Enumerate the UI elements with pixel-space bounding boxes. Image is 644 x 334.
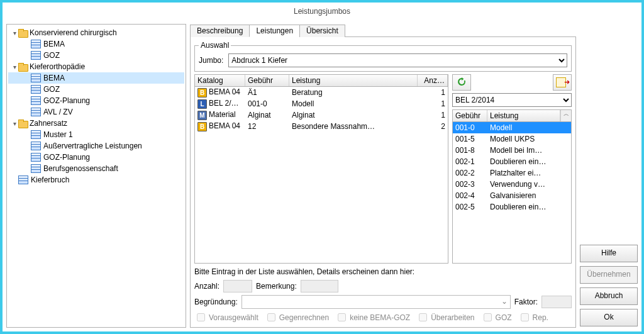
table-icon	[31, 74, 41, 82]
hilfe-button[interactable]: Hilfe	[580, 245, 638, 262]
abbruch-button[interactable]: Abbruch	[580, 287, 638, 305]
tree-item[interactable]: Kieferbruch	[8, 174, 184, 186]
tree-folder[interactable]: ▾Konservierend chirurgisch	[8, 27, 184, 38]
tree-twisty[interactable]: ▾	[11, 120, 18, 127]
jumbo-select[interactable]: Abdruck 1 Kiefer	[228, 53, 567, 67]
bemerkung-field	[301, 280, 338, 292]
tab-body: Auswahl Jumbo: Abdruck 1 Kiefer Katalog	[190, 36, 576, 328]
begruendung-label: Begründung:	[194, 298, 238, 306]
tree-item[interactable]: GOZ-Planung	[8, 152, 184, 163]
auswahl-legend: Auswahl	[199, 41, 231, 50]
begruendung-combo[interactable]: ⌄	[242, 295, 511, 309]
tree-item[interactable]: Berufsgenossenschaft	[8, 163, 184, 174]
tree-label: GOZ-Planung	[43, 96, 90, 105]
col-gebuehr2[interactable]: Gebühr	[453, 110, 487, 121]
catalog-badge: M	[197, 111, 207, 120]
bemerkung-label: Bemerkung:	[256, 282, 297, 291]
tree-folder[interactable]: ▾Zahnersatz	[8, 118, 184, 129]
list-add-icon	[556, 77, 569, 87]
table-icon	[31, 142, 41, 150]
list-item[interactable]: 002-2Platzhalter ei…	[453, 167, 571, 179]
table-icon	[31, 130, 41, 139]
list-item[interactable]: 002-5Doublieren ein…	[453, 201, 571, 213]
tree-item[interactable]: BEMA	[8, 38, 184, 50]
tree-label: GOZ-Planung	[43, 153, 90, 162]
tab-strip: BeschreibungLeistungenÜbersicht	[190, 24, 576, 36]
tree-item[interactable]: AVL / ZV	[8, 106, 184, 118]
tree-item[interactable]: Außervertragliche Leistungen	[8, 140, 184, 152]
table-icon	[31, 85, 41, 94]
mid-section: Katalog Gebühr Leistung Anz… BBEMA 04Ä1B…	[194, 74, 572, 264]
table-icon	[31, 108, 41, 116]
tree-item[interactable]: Muster 1	[8, 129, 184, 140]
folder-icon	[18, 29, 27, 36]
window-body: ▾Konservierend chirurgischBEMAGOZ▾Kiefer…	[3, 20, 641, 331]
checkbox-vorausgew-hlt: Vorausgewählt	[194, 311, 258, 323]
tree-label: Berufsgenossenschaft	[43, 164, 118, 173]
scroll-up-icon[interactable]: ︿	[560, 110, 571, 121]
tree-twisty[interactable]: ▾	[11, 30, 18, 36]
list-item[interactable]: 001-5Modell UKPS	[453, 133, 571, 145]
catalog-select[interactable]: BEL 2/2014	[452, 93, 572, 107]
checkbox-keine-bema-goz: keine BEMA-GOZ	[335, 311, 410, 323]
folder-icon	[18, 63, 27, 70]
tree-folder[interactable]: ▾Kieferorthopädie	[8, 61, 184, 72]
list-item[interactable]: 001-8Modell bei Im…	[453, 145, 571, 156]
anzahl-label: Anzahl:	[194, 282, 219, 291]
list-item[interactable]: 002-3Verwendung v…	[453, 179, 571, 190]
tree-label: GOZ	[43, 85, 60, 94]
checkbox-goz: GOZ	[481, 311, 512, 323]
uebernehmen-button: Übernehmen	[580, 266, 638, 284]
faktor-field	[541, 296, 572, 308]
jumbo-label: Jumbo:	[199, 56, 223, 65]
add-to-list-button[interactable]	[553, 74, 572, 91]
checkbox-input	[484, 313, 492, 321]
catalog-side: BEL 2/2014 Gebühr Leistung ︿ 001-0Modell…	[452, 74, 572, 264]
checkbox-input	[521, 313, 529, 321]
checkbox--berarbeiten: Überarbeiten	[416, 311, 474, 323]
leistungen-grid[interactable]: Katalog Gebühr Leistung Anz… BBEMA 04Ä1B…	[194, 74, 448, 264]
col-leistung2[interactable]: Leistung	[487, 110, 560, 121]
tree-label: AVL / ZV	[43, 108, 73, 116]
tab-beschreibung[interactable]: Beschreibung	[190, 25, 250, 37]
main-pane: BeschreibungLeistungenÜbersicht Auswahl …	[190, 24, 638, 328]
table-icon	[31, 96, 41, 105]
col-gebuehr[interactable]: Gebühr	[245, 75, 289, 86]
col-katalog[interactable]: Katalog	[195, 75, 245, 86]
table-row[interactable]: LBEL 2/…001-0Modell1	[195, 98, 448, 109]
catalog-badge: L	[197, 99, 207, 109]
table-icon	[31, 51, 41, 60]
tab-leistungen[interactable]: Leistungen	[249, 25, 300, 37]
tree-label: BEMA	[43, 74, 65, 82]
checkbox-input	[267, 313, 275, 321]
list-item[interactable]: 002-1Doublieren ein…	[453, 156, 571, 167]
table-row[interactable]: BBEMA 0412Besondere Massnahm…2	[195, 121, 448, 132]
tab-übersicht[interactable]: Übersicht	[299, 25, 345, 37]
content-area: BeschreibungLeistungenÜbersicht Auswahl …	[190, 24, 576, 328]
list-item[interactable]: 001-0Modell	[453, 122, 571, 133]
refresh-button[interactable]	[452, 74, 471, 91]
folder-icon	[18, 120, 27, 127]
table-icon	[31, 153, 41, 162]
tree-label: BEMA	[43, 40, 65, 48]
ok-button[interactable]: Ok	[580, 309, 638, 326]
table-row[interactable]: MMaterialAlginatAlginat1	[195, 109, 448, 121]
col-anzahl[interactable]: Anz…	[418, 75, 448, 86]
detail-hint: Bitte Eintrag in der Liste auswählen, De…	[194, 266, 572, 277]
table-icon	[18, 175, 28, 184]
chevron-down-icon: ⌄	[501, 297, 508, 306]
col-leistung[interactable]: Leistung	[289, 75, 418, 86]
checkbox-input	[197, 313, 205, 321]
tree-twisty[interactable]: ▾	[11, 64, 18, 70]
table-row[interactable]: BBEMA 04Ä1Beratung1	[195, 87, 448, 98]
list-item[interactable]: 002-4Galvanisieren	[453, 190, 571, 201]
tree-item[interactable]: BEMA	[8, 72, 184, 84]
tree-item[interactable]: GOZ	[8, 50, 184, 61]
tree-item[interactable]: GOZ	[8, 84, 184, 95]
tree-item[interactable]: GOZ-Planung	[8, 95, 184, 106]
catalog-grid[interactable]: Gebühr Leistung ︿ 001-0Modell001-5Modell…	[452, 109, 572, 264]
catalog-badge: B	[197, 122, 207, 131]
window-title: Leistungsjumbos	[3, 3, 641, 20]
category-tree[interactable]: ▾Konservierend chirurgischBEMAGOZ▾Kiefer…	[6, 24, 186, 328]
button-column: Hilfe Übernehmen Abbruch Ok	[580, 24, 638, 328]
